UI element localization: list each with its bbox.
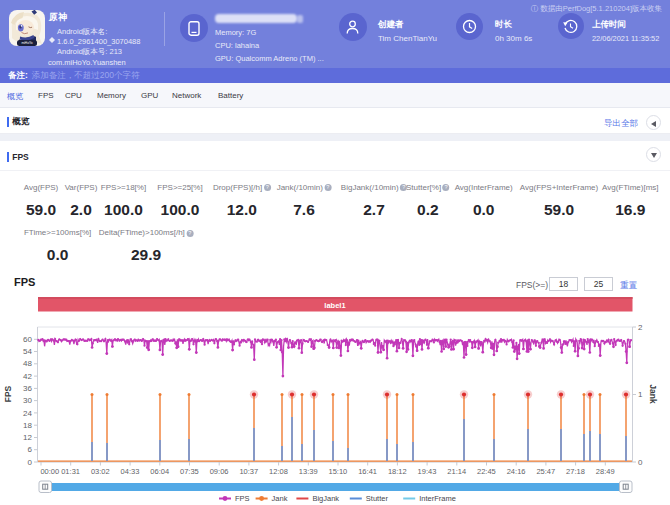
svg-text:60: 60: [23, 335, 32, 344]
svg-text:07:35: 07:35: [180, 467, 199, 476]
svg-text:6: 6: [28, 445, 33, 454]
svg-text:miHoYo: miHoYo: [21, 41, 32, 45]
svg-text:06:04: 06:04: [150, 467, 169, 476]
svg-text:FPS: FPS: [3, 385, 13, 402]
svg-text:0: 0: [28, 458, 33, 467]
svg-text:48: 48: [23, 359, 32, 368]
svg-text:18:12: 18:12: [388, 467, 407, 476]
svg-text:18: 18: [23, 421, 32, 430]
svg-text:12: 12: [23, 433, 32, 442]
svg-text:Jank: Jank: [272, 494, 288, 503]
svg-text:19:43: 19:43: [418, 467, 437, 476]
svg-text:0: 0: [638, 458, 643, 467]
svg-text:15:10: 15:10: [329, 467, 348, 476]
svg-text:label1: label1: [324, 301, 345, 310]
svg-text:2: 2: [638, 323, 643, 332]
svg-text:04:33: 04:33: [121, 467, 140, 476]
svg-text:10:37: 10:37: [239, 467, 258, 476]
svg-text:16:41: 16:41: [358, 467, 377, 476]
svg-text:BigJank: BigJank: [312, 494, 339, 503]
svg-text:00:00: 00:00: [40, 467, 59, 476]
svg-text:30: 30: [23, 396, 32, 405]
svg-text:09:06: 09:06: [210, 467, 229, 476]
svg-text:36: 36: [23, 384, 32, 393]
svg-text:27:18: 27:18: [566, 467, 585, 476]
svg-text:1: 1: [638, 390, 643, 399]
svg-text:24:16: 24:16: [507, 467, 526, 476]
svg-text:25:47: 25:47: [536, 467, 555, 476]
svg-text:03:02: 03:02: [91, 467, 110, 476]
svg-text:22:45: 22:45: [477, 467, 496, 476]
svg-text:01:31: 01:31: [61, 467, 80, 476]
svg-text:InterFrame: InterFrame: [419, 494, 456, 503]
svg-text:54: 54: [23, 347, 32, 356]
svg-text:FPS: FPS: [235, 494, 250, 503]
svg-text:21:14: 21:14: [447, 467, 466, 476]
svg-text:Stutter: Stutter: [366, 494, 389, 503]
svg-text:Jank: Jank: [648, 384, 658, 404]
svg-text:24: 24: [23, 409, 32, 418]
svg-text:28:49: 28:49: [596, 467, 615, 476]
svg-text:13:39: 13:39: [299, 467, 318, 476]
svg-text:42: 42: [23, 372, 32, 381]
svg-text:12:08: 12:08: [269, 467, 288, 476]
